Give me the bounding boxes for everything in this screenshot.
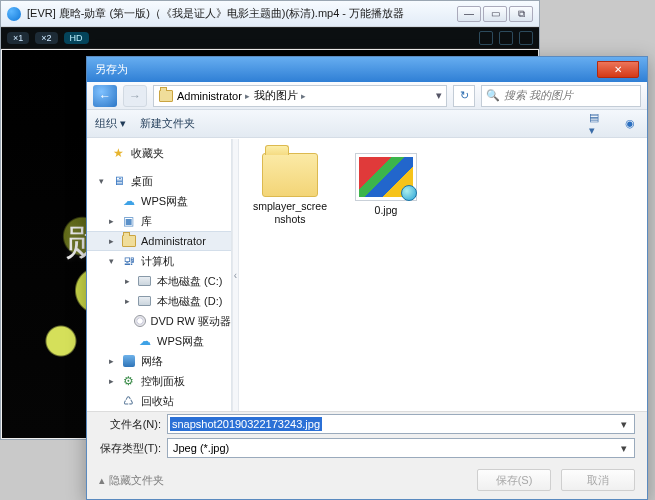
tree-wps[interactable]: ☁WPS网盘 [87,191,231,211]
tree-drive-d[interactable]: 本地磁盘 (D:) [87,291,231,311]
filename-field[interactable]: snapshot20190322173243.jpg ▾ [167,414,635,434]
search-box[interactable]: 🔍 搜索 我的图片 [481,85,641,107]
view-mode-button[interactable]: ▤ ▾ [589,115,607,133]
filetype-label: 保存类型(T): [99,441,161,456]
player-icon-2[interactable] [499,31,513,45]
player-title-text: [EVR] 鹿晗-勋章 (第一版)（《我是证人》电影主题曲)(标清).mp4 -… [27,6,404,21]
player-titlebar[interactable]: [EVR] 鹿晗-勋章 (第一版)（《我是证人》电影主题曲)(标清).mp4 -… [1,1,539,27]
speed-x1-badge[interactable]: ×1 [7,32,29,44]
breadcrumb-bar[interactable]: Administrator▸ 我的图片▸ ▾ [153,85,447,107]
breadcrumb-seg-2[interactable]: 我的图片 [254,88,298,103]
tree-favorites[interactable]: ★收藏夹 [87,143,231,163]
filetype-value: Jpeg (*.jpg) [170,442,229,454]
filename-label: 文件名(N): [99,417,161,432]
network-icon [121,354,136,368]
navigation-tree: ★收藏夹 🖥桌面 ☁WPS网盘 ▣库 Administrator 🖳计算机 本地… [87,139,232,411]
drive-icon [137,294,152,308]
nav-forward-button[interactable]: → [123,85,147,107]
cloud-icon: ☁ [137,334,152,348]
cancel-button[interactable]: 取消 [561,469,635,491]
save-button[interactable]: 保存(S) [477,469,551,491]
player-close-button[interactable]: ⧉ [509,6,533,22]
user-folder-icon [121,234,136,248]
player-app-icon [7,7,21,21]
player-maximize-button[interactable]: ▭ [483,6,507,22]
dialog-close-button[interactable]: ✕ [597,61,639,78]
cloud-icon: ☁ [121,194,136,208]
desktop-icon: 🖥 [111,174,126,188]
breadcrumb-seg-1[interactable]: Administrator [177,90,242,102]
file-item-folder[interactable]: smplayer_screenshots [251,153,329,226]
save-as-dialog: 另存为 ✕ ← → Administrator▸ 我的图片▸ ▾ ↻ 🔍 搜索 … [86,56,648,500]
drive-icon [137,274,152,288]
chevron-up-icon: ▴ [99,474,105,487]
toolbar: 组织 ▾ 新建文件夹 ▤ ▾ ◉ [87,110,647,138]
tree-computer[interactable]: 🖳计算机 [87,251,231,271]
address-bar-row: ← → Administrator▸ 我的图片▸ ▾ ↻ 🔍 搜索 我的图片 [87,82,647,110]
image-thumbnail [355,153,417,201]
libraries-icon: ▣ [121,214,136,228]
breadcrumb-dropdown-icon[interactable]: ▾ [436,89,442,102]
filename-dropdown-icon[interactable]: ▾ [616,415,632,433]
control-panel-icon: ⚙ [121,374,136,388]
chevron-right-icon: ▸ [301,91,306,101]
computer-icon: 🖳 [121,254,136,268]
recycle-bin-icon: ♺ [121,394,136,408]
tree-desktop[interactable]: 🖥桌面 [87,171,231,191]
organize-button[interactable]: 组织 ▾ [95,116,126,131]
tree-libraries[interactable]: ▣库 [87,211,231,231]
player-minimize-button[interactable]: — [457,6,481,22]
folder-icon [158,89,173,103]
help-button[interactable]: ◉ [621,115,639,133]
tree-control-panel[interactable]: ⚙控制面板 [87,371,231,391]
tree-administrator[interactable]: Administrator [87,231,231,251]
file-item-image[interactable]: 0.jpg [347,153,425,217]
dialog-titlebar[interactable]: 另存为 ✕ [87,57,647,82]
player-icon-1[interactable] [479,31,493,45]
file-list[interactable]: smplayer_screenshots 0.jpg [239,139,647,411]
filetype-field[interactable]: Jpeg (*.jpg) ▾ [167,438,635,458]
hide-folders-toggle[interactable]: ▴隐藏文件夹 [99,473,164,488]
dialog-title-text: 另存为 [95,62,128,77]
file-name: smplayer_screenshots [251,200,329,226]
chevron-right-icon: ▸ [245,91,250,101]
speed-x2-badge[interactable]: ×2 [35,32,57,44]
tree-dvd[interactable]: DVD RW 驱动器 [87,311,231,331]
refresh-button[interactable]: ↻ [453,85,475,107]
search-icon: 🔍 [486,89,500,102]
star-icon: ★ [111,146,126,160]
hd-badge[interactable]: HD [64,32,89,44]
folder-icon [262,153,318,197]
new-folder-button[interactable]: 新建文件夹 [140,116,195,131]
nav-back-button[interactable]: ← [93,85,117,107]
search-placeholder: 搜索 我的图片 [504,88,573,103]
filename-value[interactable]: snapshot20190322173243.jpg [170,417,322,431]
filetype-dropdown-icon[interactable]: ▾ [616,439,632,457]
tree-collapse-handle[interactable] [232,139,239,411]
player-icon-3[interactable] [519,31,533,45]
dialog-bottom-panel: 文件名(N): snapshot20190322173243.jpg ▾ 保存类… [87,411,647,499]
tree-drive-c[interactable]: 本地磁盘 (C:) [87,271,231,291]
player-control-bar: ×1 ×2 HD [1,27,539,49]
tree-wps2[interactable]: ☁WPS网盘 [87,331,231,351]
tree-network[interactable]: 网络 [87,351,231,371]
tree-recycle-bin[interactable]: ♺回收站 [87,391,231,411]
file-name: 0.jpg [375,204,398,217]
dvd-icon [134,314,146,328]
